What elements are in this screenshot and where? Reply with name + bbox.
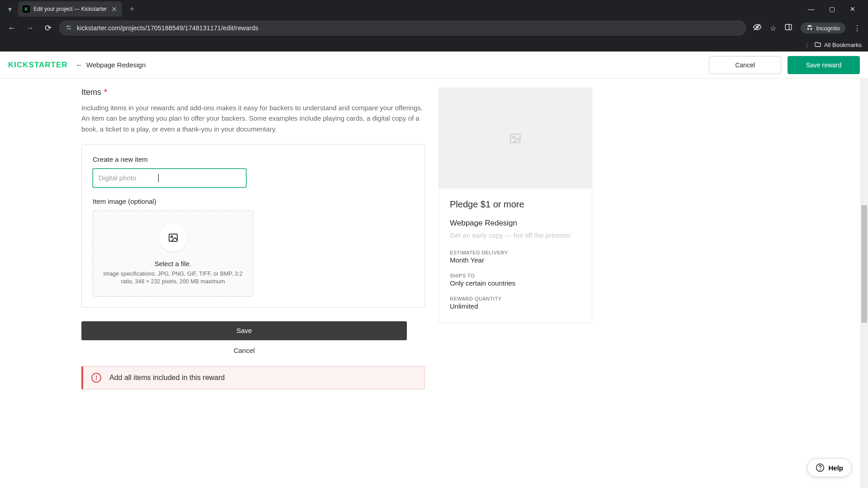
preview-column: Pledge $1 or more Webpage Redesign Get a… xyxy=(439,88,592,488)
preview-body: Pledge $1 or more Webpage Redesign Get a… xyxy=(439,188,592,323)
bookmark-star-icon[interactable]: ☆ xyxy=(770,24,776,33)
svg-point-2 xyxy=(67,26,69,27)
image-icon xyxy=(168,232,179,243)
left-column: Items * Including items in your rewards … xyxy=(81,88,425,488)
svg-rect-6 xyxy=(785,24,792,30)
image-placeholder-icon xyxy=(509,132,522,145)
toolbar-icons: ☆ Incognito ⋮ xyxy=(750,23,863,33)
close-window-icon[interactable]: ✕ xyxy=(846,5,859,13)
delivery-value: Month Year xyxy=(450,256,581,264)
window-controls: — ▢ ✕ xyxy=(805,5,864,13)
url-text: kickstarter.com/projects/1705188549/1748… xyxy=(77,24,259,32)
cancel-item-link[interactable]: Cancel xyxy=(81,347,407,354)
back-icon[interactable]: ← xyxy=(5,21,19,35)
image-dropzone[interactable]: Select a file. Image specifications: JPG… xyxy=(93,211,253,296)
pledge-name: Webpage Redesign xyxy=(450,219,581,228)
kebab-menu-icon[interactable]: ⋮ xyxy=(854,24,861,33)
help-button[interactable]: Help xyxy=(807,458,852,477)
save-reward-button[interactable]: Save reward xyxy=(788,56,860,74)
pledge-description: Get an early copy — hot off the presses! xyxy=(450,231,581,239)
alert-text: Add all items included in this reward xyxy=(109,374,225,382)
qty-value: Unlimited xyxy=(450,302,581,310)
site-settings-icon[interactable] xyxy=(65,24,72,33)
dropzone-spec: Image specifications: JPG, PNG, GIF, TIF… xyxy=(102,270,244,286)
new-tab-button[interactable]: + xyxy=(126,3,138,15)
minimize-icon[interactable]: — xyxy=(805,5,817,13)
browser-chrome: ▾ K Edit your project — Kickstarter ✕ + … xyxy=(0,0,868,52)
all-bookmarks-label: All Bookmarks xyxy=(824,42,862,48)
preview-image-placeholder xyxy=(439,88,592,188)
header-actions: Cancel Save reward xyxy=(709,56,860,74)
svg-rect-8 xyxy=(169,234,177,241)
save-item-button[interactable]: Save xyxy=(81,321,407,340)
incognito-label: Incognito xyxy=(816,25,840,32)
scrollbar-thumb[interactable] xyxy=(861,205,867,323)
bookmarks-bar: | All Bookmarks xyxy=(0,38,868,52)
tab-strip: ▾ K Edit your project — Kickstarter ✕ + … xyxy=(0,0,868,18)
text-cursor xyxy=(158,174,159,182)
arrow-left-icon: ← xyxy=(76,61,83,69)
svg-rect-10 xyxy=(511,134,520,143)
app-header: KICKSTARTER ← Webpage Redesign Cancel Sa… xyxy=(0,52,868,79)
required-mark: * xyxy=(104,88,107,97)
alert-icon: ! xyxy=(91,373,101,383)
kickstarter-logo[interactable]: KICKSTARTER xyxy=(8,61,68,70)
maximize-icon[interactable]: ▢ xyxy=(826,5,838,13)
forward-icon[interactable]: → xyxy=(23,21,37,35)
incognito-icon xyxy=(806,24,813,32)
favicon-icon: K xyxy=(23,5,30,13)
reward-preview-card: Pledge $1 or more Webpage Redesign Get a… xyxy=(439,88,592,323)
svg-point-11 xyxy=(513,136,515,138)
cancel-button[interactable]: Cancel xyxy=(709,56,781,74)
url-bar[interactable]: kickstarter.com/projects/1705188549/1748… xyxy=(59,20,746,36)
create-item-label: Create a new item xyxy=(93,155,414,163)
tab-title: Edit your project — Kickstarter xyxy=(33,6,107,12)
items-description: Including items in your rewards and add-… xyxy=(81,103,425,134)
svg-point-13 xyxy=(820,469,821,470)
dropzone-title: Select a file. xyxy=(102,260,244,267)
back-to-project-link[interactable]: ← Webpage Redesign xyxy=(76,61,146,69)
browser-toolbar: ← → ⟳ kickstarter.com/projects/170518854… xyxy=(0,18,868,38)
side-panel-icon[interactable] xyxy=(784,23,793,33)
pledge-title: Pledge $1 or more xyxy=(450,199,581,210)
eye-off-icon[interactable] xyxy=(753,23,762,33)
close-tab-icon[interactable]: ✕ xyxy=(110,5,118,13)
delivery-label: ESTIMATED DELIVERY xyxy=(450,250,581,255)
project-name: Webpage Redesign xyxy=(86,61,146,69)
help-icon xyxy=(816,463,825,472)
ships-value: Only certain countries xyxy=(450,279,581,287)
ships-label: SHIPS TO xyxy=(450,273,581,278)
tab-search-dropdown[interactable]: ▾ xyxy=(4,3,16,15)
help-label: Help xyxy=(828,464,843,472)
svg-point-3 xyxy=(69,28,71,29)
qty-label: REWARD QUANTITY xyxy=(450,296,581,301)
items-section-title: Items * xyxy=(81,88,425,97)
main-content: Items * Including items in your rewards … xyxy=(0,79,868,488)
browser-tab[interactable]: K Edit your project — Kickstarter ✕ xyxy=(18,1,122,17)
alert-banner: ! Add all items included in this reward xyxy=(81,366,425,389)
create-item-card: Create a new item Item image (optional) … xyxy=(81,144,425,308)
divider: | xyxy=(807,42,808,48)
scrollbar-track[interactable] xyxy=(860,79,868,488)
items-title-text: Items xyxy=(81,88,101,97)
item-image-label: Item image (optional) xyxy=(93,197,414,205)
image-icon-circle xyxy=(159,224,187,252)
svg-point-9 xyxy=(171,236,173,238)
item-name-input[interactable] xyxy=(93,169,246,188)
all-bookmarks-button[interactable]: All Bookmarks xyxy=(814,41,862,48)
folder-icon xyxy=(814,41,821,48)
reload-icon[interactable]: ⟳ xyxy=(41,21,55,35)
incognito-badge[interactable]: Incognito xyxy=(801,23,845,33)
